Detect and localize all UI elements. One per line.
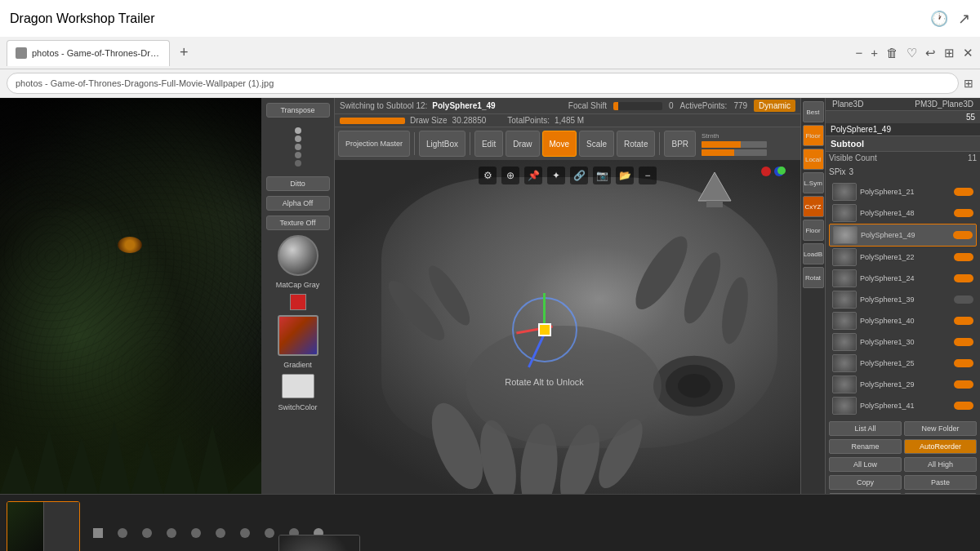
heart-icon[interactable]: ♡ <box>906 46 917 60</box>
pin-icon[interactable]: 📌 <box>524 167 542 184</box>
material-sphere[interactable] <box>278 235 318 276</box>
dot-1 <box>93 528 103 538</box>
svg-point-9 <box>677 249 728 327</box>
link-icon[interactable]: 🔗 <box>570 167 588 184</box>
color-swatch[interactable] <box>278 315 318 356</box>
gizmo-center-handle[interactable] <box>538 323 551 336</box>
lsym-btn[interactable]: L.Sym <box>803 172 824 193</box>
ditto-btn[interactable]: Ditto <box>266 176 330 191</box>
more-icon[interactable]: ✕ <box>963 46 973 60</box>
address-bar[interactable]: photos - Game-of-Thrones-Dragons-Full-Mo… <box>7 73 959 94</box>
gizmo-widget[interactable]: Rotate Alt to Unlock <box>504 289 586 371</box>
list-all-btn[interactable]: List All <box>829 421 902 436</box>
all-low-btn[interactable]: All Low <box>829 457 902 472</box>
subtool-item-polysphere30[interactable]: PolySphere1_30 <box>829 331 977 353</box>
floor2-btn[interactable]: Floor <box>803 220 824 241</box>
copy-btn[interactable]: Copy <box>829 475 902 490</box>
subtool-item-polysphere41[interactable]: PolySphere1_41 <box>829 395 977 416</box>
total-points-value: 1,485 M <box>555 116 584 125</box>
preview-popup-inner <box>279 535 359 551</box>
undo-icon[interactable]: ↩ <box>925 46 936 60</box>
zbrush-toolbar: Projection Master LightBox Edit Draw Mov… <box>335 127 800 160</box>
cxyz-btn[interactable]: CxYZ <box>803 196 824 217</box>
subtool-toggle-39[interactable] <box>954 295 973 304</box>
loadb-btn[interactable]: LoadB <box>803 243 824 264</box>
floor-btn[interactable]: Floor <box>803 125 824 146</box>
color-indicator[interactable] <box>290 294 306 310</box>
subtool-toggle-25[interactable] <box>954 359 973 367</box>
green-dot <box>777 167 786 175</box>
gear-canvas-icon[interactable]: ⚙ <box>479 167 497 184</box>
cursor-icon[interactable]: ⊕ <box>501 167 519 184</box>
local-btn[interactable]: Local <box>803 149 824 170</box>
texture-off-btn[interactable]: Texture Off <box>266 216 330 230</box>
rename-btn[interactable]: Rename <box>829 439 902 454</box>
move-btn[interactable]: Move <box>542 131 577 157</box>
subtool-item-polysphere39[interactable]: PolySphere1_39 <box>829 289 977 310</box>
subtool-toggle-30[interactable] <box>954 338 973 346</box>
auto-reorder-btn[interactable]: AutoReorder <box>904 439 977 454</box>
draw-btn[interactable]: Draw <box>506 131 539 157</box>
subtool-header: Subtool <box>826 136 980 152</box>
share-icon[interactable]: ↗ <box>958 10 970 28</box>
alpha-off-btn[interactable]: Alpha Off <box>266 196 330 211</box>
delete-icon[interactable]: 🗑 <box>886 46 898 60</box>
dynamic-badge[interactable]: Dynamic <box>754 100 795 112</box>
browser-tab[interactable]: photos - Game-of-Thrones-Dragons-Full-Mo… <box>7 40 170 66</box>
thumb-preview-split <box>7 502 79 551</box>
zbrush-side-tools: Best Floor Local L.Sym CxYZ Floor LoadB … <box>800 98 825 494</box>
subtool-item-polysphere40[interactable]: PolySphere1_40 <box>829 310 977 331</box>
subtool-item-polysphere24[interactable]: PolySphere1_24 <box>829 268 977 289</box>
subtool-toggle-41[interactable] <box>954 402 973 410</box>
title-bar-icons: 🕐 ↗ <box>930 10 970 28</box>
star-icon[interactable]: ✦ <box>547 167 565 184</box>
thumbnail-active[interactable] <box>7 501 80 551</box>
subtool-toggle-21[interactable] <box>954 188 973 196</box>
bottom-strip <box>0 494 980 551</box>
subtool-toggle-22[interactable] <box>954 253 973 261</box>
subtool-toggle-29[interactable] <box>954 380 973 389</box>
red-dot <box>761 167 771 176</box>
minus-icon[interactable]: − <box>639 167 657 184</box>
dot-6 <box>216 528 225 538</box>
projection-master-btn[interactable]: Transpose <box>266 103 330 118</box>
add-tab-button[interactable]: + <box>176 44 192 61</box>
plane-info-bar: Plane3D PM3D_Plane3D <box>826 98 980 111</box>
all-high-btn[interactable]: All High <box>904 457 977 472</box>
lightbox-btn[interactable]: LightBox <box>419 131 466 157</box>
toolbar-separator-3 <box>659 132 660 155</box>
rotate-btn[interactable]: Rotate <box>617 131 655 157</box>
switch-color-swatch[interactable] <box>282 374 314 398</box>
subtool-thumb-21 <box>832 183 857 201</box>
subtool-toggle-49[interactable] <box>953 231 973 239</box>
subtool-toggle-24[interactable] <box>954 274 973 282</box>
subtool-item-polysphere22[interactable]: PolySphere1_22 <box>829 247 977 268</box>
zoom-out-icon[interactable]: − <box>855 46 862 60</box>
subtool-item-polysphere29[interactable]: PolySphere1_29 <box>829 374 977 395</box>
s-bar <box>702 149 767 156</box>
projection-master-toolbar-btn[interactable]: Projection Master <box>338 131 410 157</box>
new-folder-btn[interactable]: New Folder <box>904 421 977 436</box>
address-bar-row: photos - Game-of-Thrones-Dragons-Full-Mo… <box>0 69 980 98</box>
dragon-eye <box>118 237 142 253</box>
camera-icon[interactable]: 📷 <box>593 167 611 184</box>
zbrush-left-panel: Transpose Ditto Alpha Off Texture Off Ma… <box>261 98 335 494</box>
crop-icon[interactable]: ⊞ <box>944 46 955 60</box>
subtool-item-polysphere48[interactable]: PolySphere1_48 <box>829 202 977 224</box>
svg-marker-15 <box>698 172 731 201</box>
subtool-item-polysphere25[interactable]: PolySphere1_25 <box>829 353 977 374</box>
svg-point-10 <box>717 275 752 345</box>
scale-btn[interactable]: Scale <box>579 131 614 157</box>
zbrush-canvas[interactable]: ⚙ ⊕ 📌 ✦ 🔗 📷 📂 − <box>335 160 800 494</box>
zoom-in-icon[interactable]: + <box>871 46 878 60</box>
edit-btn[interactable]: Edit <box>474 131 503 157</box>
folder-icon[interactable]: 📂 <box>616 167 634 184</box>
rotate2-btn[interactable]: Rotat <box>803 267 824 288</box>
subtool-item-polysphere49[interactable]: PolySphere1_49 <box>829 224 977 247</box>
subtool-toggle-48[interactable] <box>954 209 973 217</box>
paste-btn[interactable]: Paste <box>904 475 977 490</box>
subtool-toggle-40[interactable] <box>954 317 973 325</box>
best-btn[interactable]: Best <box>803 101 824 122</box>
bpr-btn[interactable]: BPR <box>664 131 696 157</box>
subtool-item-polysphere21[interactable]: PolySphere1_21 <box>829 181 977 202</box>
